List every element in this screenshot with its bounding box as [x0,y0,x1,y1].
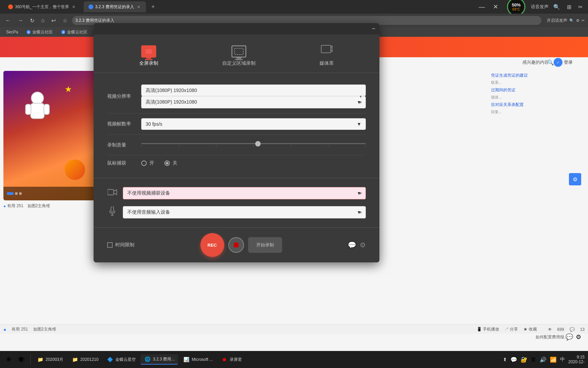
open-button-label: 开始录制 [256,242,274,247]
tick-5 [291,145,291,147]
time-limit-label: 时间限制 [115,242,134,248]
mouse-on-radio[interactable]: 开 [141,160,154,166]
jindie-icon-1: 金 [26,30,31,34]
time-limit-checkbox[interactable] [107,242,113,248]
history-back-button[interactable]: ↩ [49,16,58,25]
media-icon [321,43,333,58]
resolution-select[interactable]: 高清(1080P) 1920x1080 [141,85,366,96]
tick-7 [365,145,366,147]
dot-1 [7,192,14,195]
search-icon-right: 🔍 [569,18,574,23]
right-link-1[interactable]: 凭证生成凭证的建议 [491,71,552,80]
forward-button[interactable]: → [16,16,25,25]
quality-slider-thumb[interactable] [255,141,261,147]
bookmark-jindie2-label: 金蝶云社区 [67,29,87,35]
stop-button[interactable] [228,237,244,253]
taskbar-item-folder2[interactable]: 📁 20201210 [68,355,102,364]
grid-button[interactable]: ⊞ [565,2,573,12]
video-device-select-wrapper: 不使用视频捕获设备 ▼ [123,187,366,199]
mouse-row: 鼠标捕获 开 关 [107,155,366,171]
framerate-control: 30 fps/s ▼ [141,118,366,130]
bookmark-jindie1[interactable]: 金 金蝶云社区 [23,29,55,36]
login-link[interactable]: 登录 [564,59,573,65]
settings-right-btn[interactable]: ⚙ [569,173,581,185]
tab-media[interactable]: 媒体库 [313,40,341,69]
taskbar-start[interactable]: ❋ [3,354,14,365]
tick-6 [328,145,328,147]
tray-trash[interactable]: 🗑 [531,356,536,363]
right-link-3[interactable]: 目对应关系表配置 [491,100,552,109]
tray-icon-1[interactable]: ⬆ [503,357,507,362]
jindie-taskbar-icon: 🔷 [107,356,113,363]
dot-navigation [7,192,22,195]
recorder-tabs: 全屏录制 自定义区域录制 媒体库 [94,34,379,73]
view-icon: 👁 [548,327,552,332]
taskbar-item-recorder[interactable]: ⏺ 录屏君 [217,355,245,364]
tab-close-360[interactable]: ✕ [71,4,76,10]
record-button-label: REC [208,243,217,248]
tray-network[interactable]: 📶 [550,356,557,363]
framerate-label: 视频帧数率 [107,121,141,127]
bookmark-secpa[interactable]: SecPa [3,29,21,35]
svg-rect-9 [44,104,49,114]
tray-volume[interactable]: 🔊 [540,356,546,363]
home-button[interactable]: ⌂ [39,16,47,25]
settings-bottom-icon[interactable]: ⚙ [576,333,581,341]
open-button[interactable]: 开始录制 [248,237,282,253]
bookmark-button[interactable]: ☆ [61,16,69,25]
tray-wechat[interactable]: 💬 [510,356,517,363]
tab-region[interactable]: 自定义区域录制 [215,43,262,69]
tab-360[interactable]: 360号航_一个主页，整个世界 ✕ [3,1,81,12]
recorder-minimize-button[interactable]: − [372,25,375,32]
quality-control [141,140,366,150]
record-button[interactable]: REC [200,233,224,257]
tick-3 [216,145,216,147]
video-device-dropdown[interactable]: 不使用视频捕获设备 ▼ [123,187,366,199]
quality-slider-container [141,140,366,150]
scissors-button[interactable]: ✂ [576,2,585,12]
reload-button[interactable]: ↻ [28,16,36,25]
mouse-off-radio[interactable]: 关 [164,160,177,166]
recorder-taskbar-icon: ⏺ [221,356,228,363]
back-button[interactable]: ← [3,16,13,25]
tray-icon-2[interactable]: 🔐 [521,356,527,363]
taskbar-item-browser[interactable]: 🌐 3.2.3 费用... [141,354,178,365]
message-settings-icon[interactable]: 💬 [348,241,356,249]
temp-percent: 50% [512,2,521,7]
gear-settings-icon[interactable]: ⚙ [360,241,366,249]
comment-icon: 💬 [570,327,575,332]
recorder-titlebar: − [94,23,379,34]
record-controls: REC 开始录制 [200,233,282,257]
search-icon-page: 🔍 [547,59,554,66]
svg-rect-8 [26,104,31,114]
taskbar-item-folder1[interactable]: 📁 202003月 [33,355,67,364]
tab-close-active[interactable]: ✕ [136,4,141,10]
taskbar-item-jindie[interactable]: 🔷 金蝶云星空 [103,355,139,364]
resolution-dropdown[interactable]: 高清(1080P) 1920x1080 ▼ [141,96,366,108]
fullscreen-icon [141,45,156,58]
notification-badge[interactable]: ✓ [554,58,562,67]
new-tab-button[interactable]: + [149,2,158,11]
tab-active[interactable]: 3.2.3 费用凭证的录入 ✕ [84,1,146,12]
view-count: 699 [557,327,564,332]
window-close[interactable]: ✕ [490,3,501,11]
bottom-user-label: 有用 251 [12,326,28,332]
tab-fullscreen[interactable]: 全屏录制 [132,43,165,69]
bookmark-jindie2[interactable]: 金 金蝶云社区 [58,29,90,36]
audio-device-dropdown[interactable]: 不使用音频输入设备 ▼ [123,206,366,218]
clock-date: 2020-12- [568,359,585,364]
right-link-2[interactable]: 过期间的凭证 [491,86,552,94]
tab-label-active: 3.2.3 费用凭证的录入 [95,4,134,10]
tab-favicon-active [88,4,93,9]
collect-label: ★ 收藏 [523,326,537,332]
window-minimize[interactable]: — [476,3,488,11]
address-text: 3.2.3 费用凭证的录入 [76,18,114,24]
taskbar-item-excel[interactable]: 📊 Microsoft ... [179,355,216,364]
svg-rect-15 [321,45,331,53]
spider-icon: 🕷 [18,356,25,364]
search-button[interactable]: 🔍 [551,2,562,12]
framerate-dropdown[interactable]: 30 fps/s ▼ [141,118,366,130]
svg-rect-16 [108,189,114,195]
taskbar-item-spider[interactable]: 🕷 [15,354,28,365]
tab-fullscreen-label: 全屏录制 [139,60,158,66]
